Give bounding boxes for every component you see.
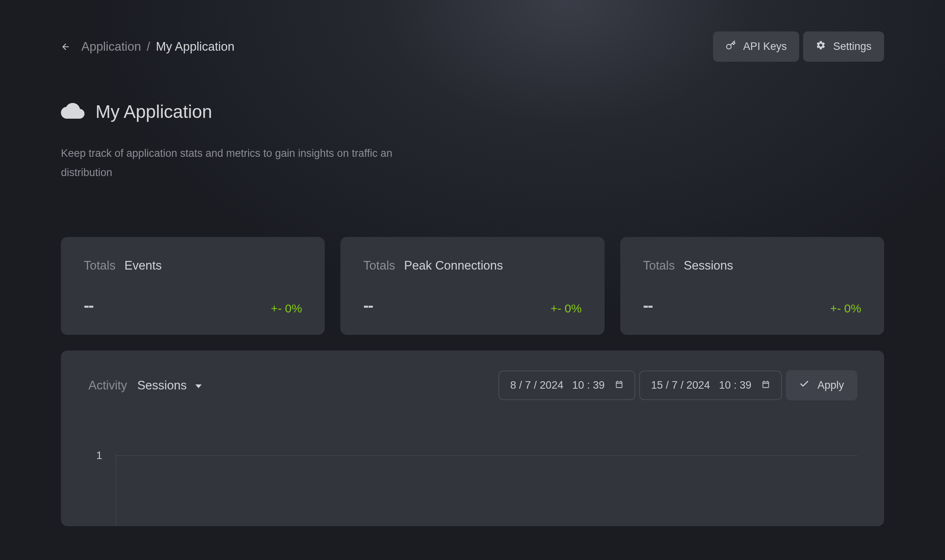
cloud-icon: [61, 99, 85, 124]
card-delta: +- 0%: [830, 302, 861, 315]
page-title: My Application: [96, 101, 212, 122]
activity-metric-selected: Sessions: [137, 378, 187, 393]
totals-label: Totals: [84, 259, 116, 272]
date-from-value: 8 / 7 / 2024 10 : 39: [510, 379, 605, 391]
activity-panel: Activity Sessions 8 / 7 / 2024 10 : 39 1…: [61, 351, 884, 526]
activity-label: Activity: [88, 378, 127, 393]
page-subtitle: Keep track of application stats and metr…: [61, 144, 434, 182]
totals-card-peak-connections: Totals Peak Connections -- +- 0%: [340, 237, 604, 335]
calendar-icon: [615, 379, 623, 391]
check-icon: [799, 379, 809, 392]
breadcrumb-parent[interactable]: Application: [81, 40, 141, 53]
totals-card-events: Totals Events -- +- 0%: [61, 237, 325, 335]
breadcrumb-separator: /: [147, 40, 150, 53]
activity-chart: 1: [88, 455, 857, 526]
calendar-icon: [761, 379, 770, 391]
totals-card-sessions: Totals Sessions -- +- 0%: [620, 237, 884, 335]
settings-button[interactable]: Settings: [803, 31, 884, 62]
card-value: --: [643, 296, 653, 315]
apply-label: Apply: [817, 379, 844, 391]
key-icon: [726, 40, 736, 53]
back-arrow-icon[interactable]: [61, 42, 70, 51]
totals-label: Totals: [363, 259, 395, 272]
card-metric-name: Peak Connections: [404, 259, 503, 272]
chart-y-axis: [116, 452, 116, 526]
caret-down-icon: [195, 378, 202, 393]
card-delta: +- 0%: [550, 302, 581, 315]
card-metric-name: Sessions: [684, 259, 733, 272]
gear-icon: [816, 40, 826, 53]
card-delta: +- 0%: [271, 302, 302, 315]
settings-label: Settings: [833, 40, 871, 53]
breadcrumb: Application / My Application: [81, 40, 234, 54]
chart-y-tick: 1: [96, 450, 102, 462]
api-keys-label: API Keys: [743, 40, 787, 53]
activity-metric-select[interactable]: Sessions: [137, 378, 202, 393]
card-value: --: [363, 296, 373, 315]
date-from-input[interactable]: 8 / 7 / 2024 10 : 39: [498, 371, 635, 400]
card-metric-name: Events: [125, 259, 162, 272]
totals-label: Totals: [643, 259, 675, 272]
date-to-value: 15 / 7 / 2024 10 : 39: [651, 379, 751, 391]
api-keys-button[interactable]: API Keys: [713, 31, 799, 62]
apply-button[interactable]: Apply: [786, 370, 857, 400]
date-to-input[interactable]: 15 / 7 / 2024 10 : 39: [639, 371, 782, 400]
card-value: --: [84, 296, 93, 315]
chart-gridline: [116, 455, 857, 456]
breadcrumb-current: My Application: [156, 40, 235, 53]
